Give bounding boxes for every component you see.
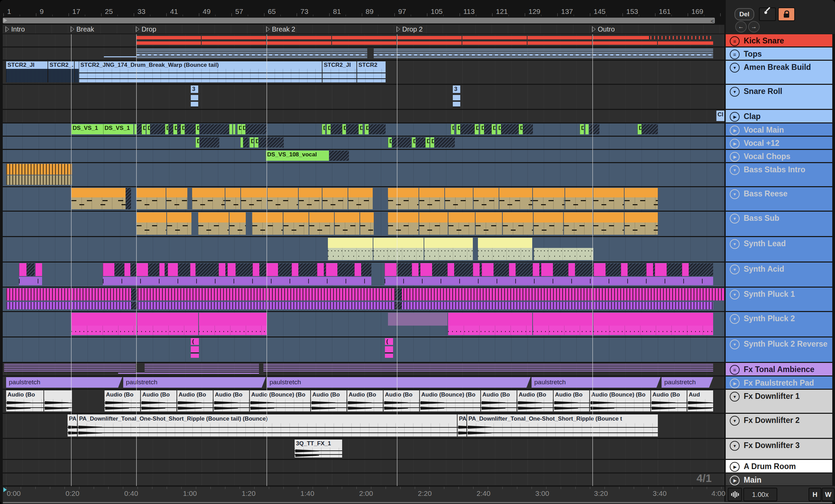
clip[interactable] [385, 263, 396, 276]
clip-hatch[interactable] [148, 263, 159, 276]
arrangement-lane-fx-downlifter-2[interactable]: PA_PA_Downlifter_Tonal_One-Shot_Short_Ri… [3, 414, 724, 438]
arrangement-lane-fx-downlifter-1[interactable]: Audio (BoAudio (BoAudio (BoAudio (BoAudi… [3, 390, 724, 413]
clip-hatch[interactable] [199, 124, 229, 134]
track-header-a-drum-room[interactable]: ▶A Drum Room [726, 460, 832, 472]
clip[interactable]: paulstretch [6, 377, 122, 388]
horizontal-scrollbar[interactable] [3, 502, 832, 503]
clip[interactable] [568, 263, 575, 276]
arrangement-lane-fx-downlifter-3[interactable]: 3Q_TT_FX_1 [3, 439, 724, 459]
clip-hatch[interactable] [395, 288, 402, 301]
clip[interactable]: Audio (Bounce) (Bo [420, 390, 480, 411]
clip[interactable]: D [425, 137, 429, 148]
clip[interactable] [267, 36, 331, 39]
draw-mode-button[interactable] [759, 7, 776, 21]
clip[interactable] [625, 212, 658, 235]
clip[interactable]: 3 [191, 85, 198, 108]
fold-circle-icon[interactable]: ▼ [730, 214, 740, 224]
clip[interactable] [360, 212, 374, 235]
locator-drop[interactable]: Drop [136, 25, 156, 33]
clip[interactable] [593, 41, 657, 45]
clip[interactable] [593, 212, 624, 235]
clip[interactable] [136, 188, 166, 209]
clip[interactable] [44, 390, 72, 411]
clip[interactable] [388, 313, 447, 326]
fold-circle-icon[interactable]: ▼ [730, 290, 740, 299]
clip[interactable] [75, 61, 79, 82]
clip[interactable] [650, 36, 713, 39]
clip[interactable] [167, 212, 191, 235]
clip[interactable]: PA_ [458, 414, 466, 437]
clip-hatch[interactable] [553, 263, 568, 276]
track-header-fx-downlifter-1[interactable]: ▼Fx Downlifter 1 [726, 390, 832, 413]
clip[interactable] [482, 263, 494, 276]
locator-break-2[interactable]: Break 2 [266, 25, 295, 33]
clip-hatch[interactable] [236, 263, 253, 276]
clip[interactable]: D [322, 124, 325, 134]
clip[interactable] [593, 313, 713, 335]
arrangement-lane-vocal-main[interactable]: DS_VS_1DS_VS_1DDDDDDDDDDDDDDDDDDDDDD [3, 123, 724, 136]
clip[interactable]: Audio (Bounce) (Bo [250, 390, 310, 411]
clip[interactable] [328, 238, 373, 260]
track-header-clap[interactable]: ▶Clap [726, 110, 832, 122]
fold-circle-icon[interactable]: ▼ [730, 189, 740, 199]
back-button[interactable]: ← [735, 21, 747, 33]
play-circle-icon[interactable]: ▶ [730, 152, 740, 162]
clip-hatch[interactable] [484, 124, 491, 134]
clip[interactable]: STCR2_JI [6, 61, 48, 82]
clip-hatch[interactable] [114, 263, 124, 276]
clip-hatch[interactable] [501, 124, 519, 134]
clip[interactable] [447, 263, 454, 276]
locator-drop-2[interactable]: Drop 2 [396, 25, 423, 33]
clip[interactable] [533, 188, 564, 209]
clip-hatch[interactable] [432, 263, 447, 276]
arrangement-lane-vocal-12[interactable]: DDDDDDD [3, 137, 724, 149]
clip[interactable] [593, 36, 649, 39]
playhead-marker[interactable] [3, 487, 7, 492]
arrangement-lane-kick-snare[interactable] [3, 34, 724, 46]
time-signature-marker[interactable]: 4/1 [697, 472, 711, 485]
clip-hatch[interactable] [454, 263, 473, 276]
clip[interactable] [332, 36, 396, 39]
clip[interactable] [682, 263, 689, 276]
clip-hatch[interactable] [137, 124, 142, 134]
clip[interactable] [332, 41, 396, 45]
clip[interactable] [71, 313, 136, 335]
fold-circle-icon[interactable]: ▼ [730, 392, 740, 402]
track-header-vocal-chops[interactable]: ▶Vocal Chops [726, 150, 832, 162]
clip-hatch[interactable] [606, 263, 621, 276]
clip[interactable] [118, 373, 259, 374]
clip[interactable]: PA_Downlifter_Tonal_One-Shot_Short_Rippl… [78, 414, 457, 437]
clip[interactable]: paulstretch [532, 377, 661, 388]
track-header-fx-tonal-ambience[interactable]: ≡Fx Tonal Ambience [726, 363, 832, 375]
clip-hatch[interactable] [494, 263, 509, 276]
clip[interactable]: STCR2_JI [322, 61, 356, 82]
clip[interactable] [419, 212, 448, 235]
clip[interactable] [229, 124, 232, 134]
clip[interactable] [565, 188, 593, 209]
clip-hatch[interactable] [165, 263, 168, 276]
arrangement-lane-main[interactable] [3, 473, 724, 485]
clip[interactable] [166, 188, 187, 209]
arrangement-lane-synth-pluck-1[interactable] [3, 288, 724, 311]
arrangement-lane-fx-tonal-ambience[interactable] [3, 363, 724, 375]
clip[interactable]: Audio (Bo [311, 390, 347, 411]
clip[interactable] [533, 313, 593, 335]
play-circle-icon[interactable]: ▶ [730, 112, 740, 122]
clip[interactable]: D [358, 124, 363, 134]
playback-speed-field[interactable]: 1.00x [743, 488, 777, 501]
clip[interactable] [322, 188, 348, 209]
clip-hatch[interactable] [329, 151, 349, 161]
clip[interactable] [462, 41, 527, 45]
track-header-synth-pluck-1[interactable]: ▼Synth Pluck 1 [726, 288, 832, 311]
bar-number-ruler[interactable]: 1917253341495765738189971051131211291371… [3, 7, 724, 16]
clip[interactable] [4, 364, 136, 372]
clip[interactable] [625, 188, 658, 209]
clip[interactable] [134, 124, 137, 134]
clip[interactable] [564, 212, 593, 235]
clip-hatch[interactable] [130, 263, 136, 276]
clip[interactable] [159, 263, 165, 276]
clip[interactable] [448, 212, 475, 235]
clip[interactable] [658, 41, 713, 45]
track-header-kick-snare[interactable]: ≡Kick Snare [726, 34, 832, 46]
locator-intro[interactable]: Intro [5, 25, 25, 33]
